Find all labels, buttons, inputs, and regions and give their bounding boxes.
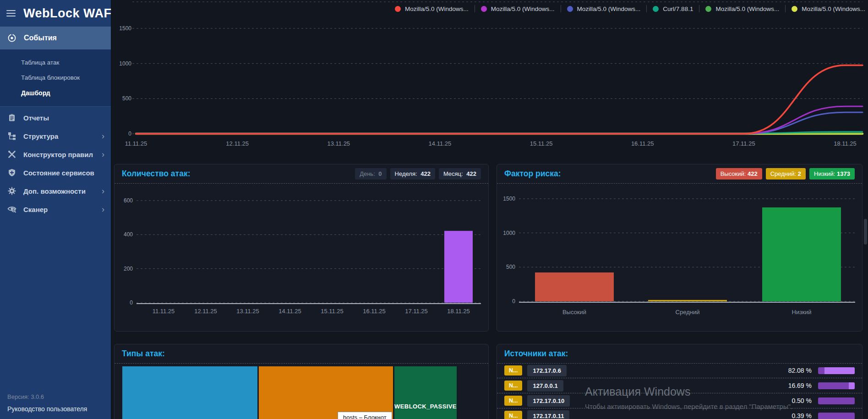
svg-text:14.11.25: 14.11.25: [429, 140, 452, 147]
source-category-badge: N...: [504, 396, 522, 406]
svg-text:Высокий: Высокий: [562, 309, 586, 316]
legend-color-dot: [395, 6, 401, 12]
legend-color-dot: [481, 6, 487, 12]
sidebar-subitem-link[interactable]: Таблица атак: [0, 55, 111, 70]
shield-icon: [7, 169, 16, 177]
source-row[interactable]: N...172.17.0.100.50 %: [497, 393, 862, 408]
source-progress-bar: [818, 413, 855, 419]
treemap-block[interactable]: [122, 366, 257, 419]
sidebar-subitem-dashboard-active[interactable]: Дашборд: [0, 85, 111, 101]
attacks-bar-chart[interactable]: 600400200011.11.2512.11.2513.11.2514.11.…: [115, 183, 488, 331]
treemap-block-label: WEBLOCK_PASSIVE: [394, 403, 457, 410]
chevron-right-icon: ›: [102, 150, 104, 158]
panel-header: Фактор риска: Высокий: 422Средний: 2Низк…: [497, 164, 862, 184]
legend-label: Curl/7.88.1: [663, 5, 693, 12]
source-category-badge: N...: [504, 381, 522, 391]
svg-text:1500: 1500: [503, 196, 515, 202]
legend-item[interactable]: Mozilla/5.0 (Windows...: [395, 5, 469, 12]
legend-color-dot: [792, 6, 797, 12]
legend-separator: [475, 5, 475, 12]
chevron-right-icon: ›: [102, 187, 104, 195]
svg-text:400: 400: [124, 231, 133, 238]
svg-text:12.11.25: 12.11.25: [226, 140, 249, 147]
legend-item[interactable]: Mozilla/5.0 (Windows...: [705, 5, 779, 12]
legend-separator: [699, 5, 699, 12]
sidebar-header: WebLock WAF: [0, 0, 111, 27]
legend-label: Mozilla/5.0 (Windows...: [491, 5, 555, 12]
source-row[interactable]: N...127.0.0.116.69 %: [497, 378, 862, 393]
sidebar-item[interactable]: Доп. возможности›: [0, 182, 111, 200]
svg-text:500: 500: [506, 264, 515, 270]
source-percent: 0.50 %: [792, 397, 812, 404]
panel-header: Количество атак: День: 0Неделя: 422Месяц…: [115, 164, 488, 184]
risk-factor-badges: Высокий: 422Средний: 2Низкий: 1373: [716, 168, 855, 180]
attack-sources-title: Источники атак:: [504, 349, 568, 359]
attack-types-treemap: WEBLOCK_PASSIVE: [122, 366, 457, 419]
svg-text:16.11.25: 16.11.25: [363, 308, 386, 315]
sidebar-item-label: Отчеты: [23, 114, 49, 122]
svg-text:15.11.25: 15.11.25: [321, 308, 344, 315]
chart-legend: Mozilla/5.0 (Windows...Mozilla/5.0 (Wind…: [395, 5, 865, 12]
attack-sources-panel: Источники атак: N...172.17.0.682.08 %N..…: [497, 344, 863, 419]
source-category-badge: N...: [504, 365, 522, 375]
source-percent: 16.69 %: [788, 382, 812, 389]
legend-label: Mozilla/5.0 (Windows...: [802, 5, 865, 12]
sidebar-item[interactable]: Сканер›: [0, 200, 111, 218]
sidebar-item[interactable]: Структура›: [0, 127, 111, 145]
source-progress-fill: [849, 382, 855, 389]
sidebar-item[interactable]: Конструктор правил›: [0, 145, 111, 163]
svg-text:13.11.25: 13.11.25: [236, 308, 259, 315]
user-guide-link[interactable]: Руководство пользователя: [7, 405, 104, 413]
source-percent: 82.08 %: [788, 367, 812, 374]
menu-toggle-icon[interactable]: [6, 10, 16, 17]
scrollbar-thumb[interactable]: [864, 219, 867, 245]
treemap-block[interactable]: [259, 366, 393, 419]
svg-text:1500: 1500: [119, 25, 131, 32]
radar-icon: [7, 33, 16, 43]
risk-badge: Высокий: 422: [716, 168, 762, 180]
attack-types-panel: Типы атак: WEBLOCK_PASSIVE: [114, 344, 489, 419]
svg-text:200: 200: [124, 266, 133, 272]
svg-text:13.11.25: 13.11.25: [327, 140, 350, 147]
source-ip-chip: 172.17.0.10: [527, 395, 570, 407]
legend-label: Mozilla/5.0 (Windows...: [577, 5, 641, 12]
svg-text:17.11.25: 17.11.25: [732, 140, 755, 147]
legend-separator: [646, 5, 647, 12]
sidebar-item[interactable]: Отчеты: [0, 109, 111, 127]
scanner-icon: [7, 205, 16, 213]
source-percent: 0.39 %: [792, 412, 812, 419]
risk-badge: Средний: 2: [766, 168, 806, 180]
source-progress-fill: [824, 367, 855, 374]
svg-text:17.11.25: 17.11.25: [405, 308, 428, 315]
structure-icon: [7, 132, 16, 140]
svg-text:11.11.25: 11.11.25: [125, 140, 147, 147]
report-icon: [7, 114, 16, 122]
svg-text:14.11.25: 14.11.25: [278, 308, 301, 315]
risk-bar-chart[interactable]: 150010005000ВысокийСреднийНизкий: [497, 183, 862, 331]
legend-label: Mozilla/5.0 (Windows...: [405, 5, 469, 12]
treemap-block-weblock_passive[interactable]: WEBLOCK_PASSIVE: [394, 366, 457, 419]
legend-separator: [561, 5, 561, 12]
source-row[interactable]: N...172.17.0.110.39 %: [497, 408, 862, 419]
legend-item[interactable]: Curl/7.88.1: [653, 5, 693, 12]
sidebar-item[interactable]: Состояние сервисов: [0, 163, 111, 182]
source-ip-chip: 172.17.0.11: [527, 410, 569, 419]
gear-icon: [7, 187, 16, 195]
attacks-count-panel: Количество атак: День: 0Неделя: 422Месяц…: [114, 164, 489, 332]
sidebar-item-label: Структура: [23, 132, 58, 140]
svg-text:12.11.25: 12.11.25: [194, 308, 217, 315]
risk-badge: Низкий: 1373: [809, 168, 855, 180]
source-row[interactable]: N...172.17.0.682.08 %: [497, 363, 862, 378]
sidebar-subitem-link[interactable]: Таблица блокировок: [0, 70, 111, 85]
version-label: Версия: 3.0.6: [7, 393, 104, 400]
svg-text:600: 600: [124, 197, 133, 204]
legend-color-dot: [705, 6, 711, 12]
panel-header: Типы атак:: [115, 344, 488, 364]
sidebar-item-label: Доп. возможности: [23, 187, 86, 195]
sidebar-item-events[interactable]: События: [0, 27, 111, 49]
legend-item[interactable]: Mozilla/5.0 (Windows...: [567, 5, 641, 12]
main-content: Mozilla/5.0 (Windows...Mozilla/5.0 (Wind…: [111, 0, 868, 419]
legend-item[interactable]: Mozilla/5.0 (Windows...: [792, 5, 865, 12]
useragents-line-chart[interactable]: 15001000500011.11.2512.11.2513.11.2514.1…: [111, 0, 868, 152]
legend-item[interactable]: Mozilla/5.0 (Windows...: [481, 5, 555, 12]
